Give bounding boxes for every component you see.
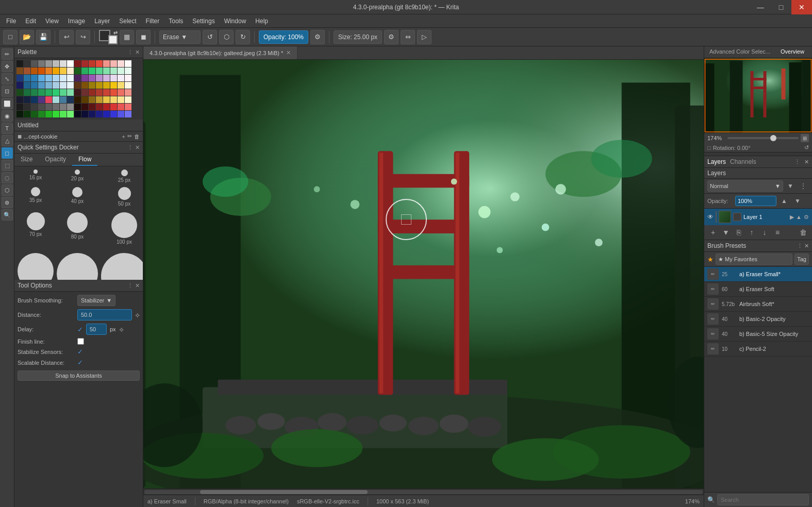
zoom-reset-button[interactable]: ⊞: [801, 134, 809, 142]
palette-color-cell[interactable]: [38, 82, 45, 89]
palette-color-cell[interactable]: [110, 75, 117, 81]
brush-size-item[interactable]: 70 px: [16, 211, 55, 251]
mirror-x-button[interactable]: ⇔: [401, 30, 415, 44]
palette-color-cell[interactable]: [31, 75, 38, 81]
palette-color-cell[interactable]: [81, 82, 88, 89]
palette-color-cell[interactable]: [38, 67, 45, 74]
palette-color-cell[interactable]: [125, 82, 131, 89]
palette-color-cell[interactable]: [110, 67, 117, 74]
palette-color-cell[interactable]: [74, 96, 81, 103]
delete-layer-button[interactable]: 🗑: [798, 227, 809, 238]
palette-color-cell[interactable]: [110, 104, 117, 110]
menu-filter[interactable]: Filter: [142, 16, 164, 26]
palette-color-cell[interactable]: [110, 89, 117, 96]
palette-color-cell[interactable]: [60, 75, 67, 81]
palette-color-cell[interactable]: [24, 96, 30, 103]
brush-size-item[interactable]: 25 px: [100, 168, 143, 185]
palette-color-cell[interactable]: [81, 67, 88, 74]
redo-button[interactable]: ↪: [76, 30, 90, 44]
palette-color-cell[interactable]: [45, 104, 52, 110]
palette-color-cell[interactable]: [53, 104, 59, 110]
palette-color-cell[interactable]: [125, 104, 131, 110]
copy-layer-button[interactable]: ⎘: [733, 227, 744, 238]
layer-expand-icon[interactable]: ▶: [790, 214, 794, 221]
menu-file[interactable]: File: [2, 16, 20, 26]
brush-size-item[interactable]: 50 px: [100, 186, 143, 210]
palette-color-cell[interactable]: [38, 60, 45, 67]
scalable-check[interactable]: ✓: [77, 359, 83, 366]
move-layer-up-button[interactable]: ↑: [746, 227, 757, 238]
brush-size-item[interactable]: 20 px: [56, 168, 99, 185]
palette-color-cell[interactable]: [24, 67, 30, 74]
tool-contiguous-select[interactable]: ⬡: [2, 184, 13, 196]
palette-color-cell[interactable]: [96, 67, 103, 74]
brush-preset-item[interactable]: ✏40b) Basic-2 Opacity: [704, 312, 812, 327]
palette-color-cell[interactable]: [96, 75, 103, 81]
brush-size-item[interactable]: 80 px: [56, 211, 99, 251]
tool-zoom[interactable]: 🔍: [2, 209, 13, 221]
palette-color-cell[interactable]: [110, 60, 117, 67]
layer-up-icon[interactable]: ▲: [796, 214, 802, 220]
palette-color-cell[interactable]: [53, 89, 59, 96]
palette-color-cell[interactable]: [67, 82, 74, 89]
maximize-button[interactable]: □: [771, 0, 791, 14]
palette-color-cell[interactable]: [89, 111, 95, 117]
palette-color-cell[interactable]: [118, 104, 124, 110]
palette-color-cell[interactable]: [103, 67, 110, 74]
qs-menu-icon[interactable]: ⋮: [127, 144, 133, 151]
new-button[interactable]: □: [3, 30, 18, 44]
presets-menu-icon[interactable]: ⋮: [797, 243, 803, 249]
preset-search-input[interactable]: [717, 494, 809, 505]
brush-preset-item[interactable]: ✏25a) Eraser Small*: [704, 267, 812, 282]
mirror-v-button[interactable]: ↻: [236, 30, 250, 44]
opacity-more[interactable]: ⚙: [310, 30, 325, 44]
tab-layers[interactable]: Layers: [707, 158, 726, 165]
opacity-spinup[interactable]: ▲: [778, 195, 790, 207]
palette-color-cell[interactable]: [38, 96, 45, 103]
mirror-y-button[interactable]: ▷: [417, 30, 432, 44]
palette-color-cell[interactable]: [118, 75, 124, 81]
palette-color-cell[interactable]: [118, 60, 124, 67]
palette-color-cell[interactable]: [118, 96, 124, 103]
zoom-slider[interactable]: [727, 137, 799, 139]
delete-preset-icon[interactable]: 🗑: [134, 133, 140, 140]
tool-colorize[interactable]: ⊛: [2, 197, 13, 208]
menu-edit[interactable]: Edit: [21, 16, 40, 26]
canvas-scrollbar-h[interactable]: [143, 488, 704, 495]
palette-color-cell[interactable]: [103, 104, 110, 110]
close-button[interactable]: ✕: [791, 0, 812, 14]
tool-transform[interactable]: ⤡: [2, 73, 13, 84]
palette-color-cell[interactable]: [31, 89, 38, 96]
tab-flow[interactable]: Flow: [72, 154, 97, 166]
edit-preset-icon[interactable]: ✏: [127, 133, 132, 140]
presets-close-icon[interactable]: ✕: [804, 243, 809, 249]
palette-color-cell[interactable]: [67, 60, 74, 67]
open-button[interactable]: 📂: [20, 30, 34, 44]
palette-color-cell[interactable]: [45, 89, 52, 96]
menu-layer[interactable]: Layer: [90, 16, 114, 26]
menu-tools[interactable]: Tools: [164, 16, 187, 26]
palette-color-cell[interactable]: [45, 96, 52, 103]
blend-mode-selector[interactable]: Normal ▼: [707, 180, 783, 192]
palette-color-cell[interactable]: [53, 75, 59, 81]
palette-color-cell[interactable]: [103, 111, 110, 117]
palette-color-cell[interactable]: [31, 104, 38, 110]
layer-filter-icon[interactable]: ▼: [785, 180, 796, 192]
palette-color-cell[interactable]: [67, 111, 74, 117]
brush-size-item[interactable]: 40 px: [56, 186, 99, 210]
palette-color-cell[interactable]: [103, 89, 110, 96]
canvas-tab-close[interactable]: ✕: [286, 49, 291, 56]
zoom-thumb[interactable]: [770, 135, 776, 141]
palette-color-cell[interactable]: [81, 75, 88, 81]
palette-color-cell[interactable]: [74, 104, 81, 110]
palette-color-cell[interactable]: [38, 89, 45, 96]
palette-color-cell[interactable]: [74, 60, 81, 67]
palette-color-cell[interactable]: [89, 104, 95, 110]
palette-color-cell[interactable]: [89, 96, 95, 103]
delay-check[interactable]: ✓: [77, 326, 83, 333]
palette-color-cell[interactable]: [96, 96, 103, 103]
menu-view[interactable]: View: [41, 16, 63, 26]
brush-reset-button[interactable]: ↺: [203, 30, 217, 44]
palette-color-cell[interactable]: [45, 111, 52, 117]
palette-color-cell[interactable]: [89, 60, 95, 67]
